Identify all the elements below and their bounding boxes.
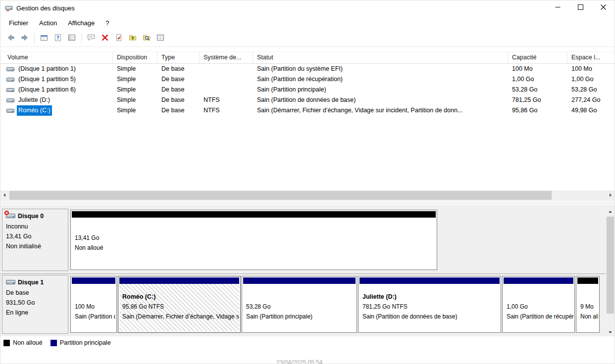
column-header-type[interactable]: Type: [157, 52, 200, 63]
horizontal-scrollbar[interactable]: [0, 190, 615, 200]
minimize-button[interactable]: [546, 0, 569, 15]
column-header-espace-l[interactable]: Espace l...: [567, 52, 615, 63]
cell-systeme-de: [200, 64, 253, 74]
vertical-scroll-thumb[interactable]: [607, 217, 614, 314]
detail-view-button[interactable]: [65, 32, 79, 45]
volume-icon: [6, 87, 14, 93]
app-icon: [5, 4, 13, 12]
partition-romeo-c[interactable]: Roméo (C:)95,86 Go NTFSSain (Démarrer, F…: [118, 276, 241, 333]
partition-info: 53,28 GoSain (Partition principale): [243, 284, 356, 331]
volume-cell: (Disque 1 partition 6): [0, 85, 113, 95]
partition-info: Juliette (D:)781,25 Go NTFSSain (Partiti…: [359, 284, 500, 331]
detail-view-icon: [68, 34, 76, 43]
volume-row-3[interactable]: Juliette (D:)SimpleDe baseNTFSSain (Part…: [0, 95, 615, 105]
scroll-right-button[interactable]: [606, 190, 615, 200]
callout-button[interactable]: [84, 32, 98, 45]
volume-name: (Disque 1 partition 6): [17, 85, 77, 95]
folder-up-button[interactable]: [126, 32, 140, 45]
delete-volume-button[interactable]: [98, 32, 112, 45]
menu-fichier[interactable]: Fichier: [3, 17, 34, 29]
check-document-button[interactable]: [112, 32, 126, 45]
disk-management-window: Gestion des disques FichierActionAfficha…: [0, 0, 615, 364]
maximize-button[interactable]: [569, 0, 592, 15]
partition-color-bar: [119, 277, 239, 284]
partition-unallocated[interactable]: 13,41 GoNon alloué: [70, 210, 437, 270]
menu-aide[interactable]: ?: [100, 17, 114, 29]
scroll-left-icon: [2, 192, 7, 199]
partition-size: 9 Mo: [580, 302, 598, 312]
legend-label: Partition principale: [60, 339, 111, 346]
graphical-view: Disque 0Inconnu13,41 GoNon initialisé13,…: [0, 207, 615, 364]
back-button[interactable]: [4, 32, 18, 45]
volume-row-0[interactable]: (Disque 1 partition 1)SimpleDe baseSain …: [0, 64, 615, 74]
cell-type: De base: [157, 85, 200, 95]
partition-status: Non alloué: [580, 312, 598, 321]
partition-primary[interactable]: 100 MoSain (Partition du système EFI): [70, 276, 117, 333]
partition-size: 53,28 Go: [246, 302, 356, 312]
toolbar: ?: [0, 30, 615, 47]
legend-swatch-non-alloue: [3, 340, 10, 346]
column-header-disposition[interactable]: Disposition: [113, 52, 157, 63]
folder-search-icon: [143, 34, 151, 43]
menu-action[interactable]: Action: [34, 17, 62, 29]
scroll-down-button[interactable]: [606, 328, 615, 336]
partition-primary[interactable]: 53,28 GoSain (Partition principale): [242, 276, 357, 333]
volume-table-body: (Disque 1 partition 1)SimpleDe baseSain …: [0, 64, 615, 116]
column-header-capacite[interactable]: Capacité: [508, 52, 567, 63]
column-header-volume[interactable]: Volume: [0, 52, 113, 63]
volume-name: Roméo (C:): [17, 105, 52, 116]
horizontal-scroll-thumb[interactable]: [9, 191, 552, 200]
partitions-track: 13,41 GoNon alloué: [70, 210, 604, 270]
volume-cell: (Disque 1 partition 5): [0, 74, 113, 85]
vertical-scrollbar[interactable]: [606, 208, 615, 336]
console-tree-icon: [40, 34, 48, 43]
disk-icon: [6, 212, 15, 220]
scroll-left-button[interactable]: [0, 190, 9, 200]
close-button[interactable]: [592, 0, 615, 15]
close-icon: [601, 4, 606, 11]
help-button[interactable]: ?: [51, 32, 65, 45]
console-tree-button[interactable]: [37, 32, 51, 45]
table-header: VolumeDispositionTypeSystème de...Statut…: [0, 51, 615, 64]
window-title: Gestion des disques: [16, 4, 75, 12]
cell-espace-l: 1,00 Go: [567, 74, 615, 85]
legend-swatch-partition-principale: [51, 340, 57, 346]
cell-statut: Sain (Partition principale): [253, 85, 508, 95]
cell-espace-l: 53,28 Go: [567, 85, 615, 95]
partition-color-bar: [72, 277, 115, 284]
volume-row-1[interactable]: (Disque 1 partition 5)SimpleDe baseSain …: [0, 74, 615, 85]
disk-status-line: En ligne: [6, 308, 65, 318]
partition-primary[interactable]: 1,00 GoSain (Partition de récupération): [502, 276, 575, 333]
window-controls: [546, 0, 615, 15]
cell-capacite: 95,86 Go: [508, 105, 567, 116]
menu-affichage[interactable]: Affichage: [62, 17, 100, 29]
partition-juliette-d[interactable]: Juliette (D:)781,25 Go NTFSSain (Partiti…: [358, 276, 501, 333]
disk-0-header-panel[interactable]: Disque 0Inconnu13,41 GoNon initialisé: [2, 209, 68, 271]
volume-row-2[interactable]: (Disque 1 partition 6)SimpleDe baseSain …: [0, 85, 615, 95]
volume-row-4[interactable]: Roméo (C:)SimpleDe baseNTFSSain (Démarre…: [0, 105, 615, 116]
pane-splitter[interactable]: [0, 200, 615, 207]
scroll-up-button[interactable]: [606, 208, 615, 216]
delete-volume-icon: [101, 34, 109, 43]
disk-1-header-panel[interactable]: Disque 1De base931,50 GoEn ligne: [2, 275, 68, 334]
cell-type: De base: [157, 74, 200, 85]
column-header-statut[interactable]: Statut: [253, 52, 508, 63]
callout-icon: [87, 34, 95, 43]
partition-status: Sain (Partition de données de base): [362, 312, 500, 321]
list-view-button[interactable]: [154, 32, 167, 45]
cell-statut: Sain (Partition de récupération): [253, 74, 508, 85]
check-document-icon: [115, 34, 123, 43]
disk-row-0: Disque 0Inconnu13,41 GoNon initialisé13,…: [0, 208, 606, 274]
volume-cell: Roméo (C:): [0, 105, 113, 116]
background-window-fragment: 23/04/2025 05:54: [276, 359, 322, 364]
cell-type: De base: [157, 64, 200, 74]
column-header-systeme-de[interactable]: Système de...: [200, 52, 253, 63]
folder-search-button[interactable]: [140, 32, 154, 45]
forward-button[interactable]: [18, 32, 32, 45]
disk-name-row: Disque 0: [6, 212, 65, 220]
volume-name: (Disque 1 partition 5): [17, 74, 77, 85]
partition-unallocated[interactable]: 9 MoNon alloué: [576, 276, 600, 333]
cell-systeme-de: [200, 85, 253, 95]
disk-row-1: Disque 1De base931,50 GoEn ligne100 MoSa…: [0, 274, 606, 337]
titlebar: Gestion des disques: [0, 0, 615, 15]
